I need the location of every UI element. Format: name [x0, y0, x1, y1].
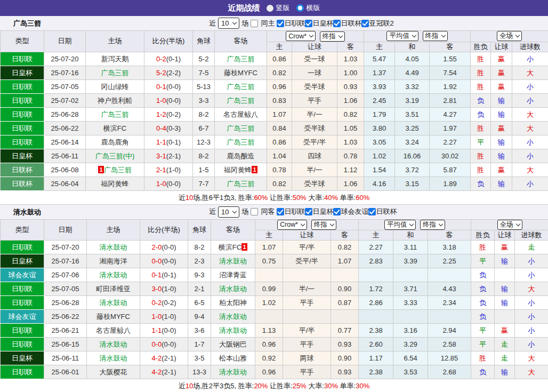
avg-away-odds: 3.18: [428, 241, 471, 254]
league-checkbox[interactable]: [277, 208, 284, 215]
team-name-text[interactable]: 湘南海洋: [100, 257, 127, 265]
team-name-text[interactable]: 广岛三箭: [227, 180, 255, 188]
team-name-text[interactable]: 清水鼓动: [100, 271, 127, 279]
team-name-text[interactable]: 沼津青蓝: [219, 271, 247, 279]
team-name-text[interactable]: 福冈黄蜂: [101, 180, 129, 188]
away-team: 大阪钢巴: [211, 338, 255, 351]
corner-score: 2-3: [188, 254, 211, 268]
avg-draw-odds: 16.06: [395, 149, 430, 163]
recent-count-select[interactable]: 10: [218, 206, 239, 218]
avg-odds-select[interactable]: 平均值: [386, 31, 418, 41]
team-name-text[interactable]: 广岛三箭: [227, 138, 255, 146]
radio-vertical-icon[interactable]: [267, 5, 273, 12]
team-name-text[interactable]: 横滨FC: [103, 124, 126, 132]
team-name-text[interactable]: 清水鼓动: [219, 257, 247, 265]
team-name-text[interactable]: 广岛三箭: [227, 55, 255, 63]
team-name-text[interactable]: 大阪樱花: [100, 368, 127, 376]
team-name-text[interactable]: 柏太阳神: [219, 299, 247, 307]
corner-score: 9-3: [188, 268, 211, 282]
team1-filter-controls: 近 10 场 同主 日职联日皇杯日联杯亚冠联2: [207, 16, 394, 30]
team-name-text[interactable]: 藤枝MYFC: [96, 313, 130, 321]
team-name-text[interactable]: 清水鼓动: [219, 326, 247, 334]
team-name-text[interactable]: 广岛三箭: [227, 83, 255, 91]
team-name-text[interactable]: 广岛三箭(中): [95, 152, 135, 160]
team-name-text[interactable]: 名古屋鲸八: [223, 110, 258, 118]
team-name-text[interactable]: 广岛三箭: [104, 166, 132, 174]
avg-away-odds: 2.34: [428, 296, 471, 310]
team-name-text[interactable]: 清水鼓动: [100, 299, 127, 307]
crow-home-odds: 1.04: [267, 149, 292, 163]
result-goals: 小: [515, 310, 548, 324]
league-checkbox[interactable]: [305, 208, 312, 215]
avg-final-select[interactable]: 终指: [420, 220, 445, 230]
team-name-text[interactable]: 清水鼓动: [100, 340, 127, 348]
crow-home-odds: 0.96: [255, 365, 283, 379]
team-name-text[interactable]: 清水鼓动: [219, 285, 247, 293]
handicap: 平/半: [283, 324, 331, 338]
radio-horizontal[interactable]: 横版: [296, 3, 320, 13]
team-name-text[interactable]: 广岛三箭: [101, 110, 129, 118]
team-name-text[interactable]: 町田泽维亚: [96, 285, 131, 293]
match-date: 25-06-14: [44, 135, 86, 149]
crow-odds-select[interactable]: Crow*: [277, 220, 307, 230]
avg-final-select[interactable]: 终指: [423, 31, 448, 41]
home-team: 广岛三箭(中): [86, 149, 144, 163]
radio-vertical[interactable]: 竖版: [267, 3, 290, 13]
final-odds-select[interactable]: 终指: [320, 31, 345, 42]
team-name-text[interactable]: 大阪钢巴: [219, 340, 247, 348]
league-checkbox[interactable]: [333, 208, 341, 215]
team-name-text[interactable]: 横滨FC: [219, 243, 241, 251]
final-odds-select[interactable]: 终指: [311, 220, 336, 230]
radio-horizontal-icon[interactable]: [296, 4, 304, 12]
result-outcome: 胜: [471, 52, 491, 66]
fulltime-select[interactable]: 全场: [497, 220, 522, 230]
team-name-text[interactable]: 清水鼓动: [100, 243, 127, 251]
col-score: 比分(半场): [140, 219, 188, 241]
league-checkbox[interactable]: [361, 20, 369, 27]
home-team: 福冈黄蜂: [86, 177, 144, 190]
league-checkbox[interactable]: [333, 20, 341, 27]
score: 0-2(0-2): [140, 296, 188, 310]
result-handicap: 输: [495, 282, 515, 296]
league-checkbox[interactable]: [305, 20, 312, 27]
team-name-text[interactable]: 福冈黄蜂: [224, 166, 252, 174]
team-name-text[interactable]: 清水鼓动: [100, 354, 127, 362]
same-away-checkbox[interactable]: [251, 208, 258, 215]
crow-odds-select[interactable]: Crow*: [286, 31, 316, 41]
fulltime-select[interactable]: 全场: [497, 31, 522, 41]
handicap: 受平/半: [292, 135, 337, 149]
league-type: 日职联: [1, 93, 44, 107]
league-checkbox[interactable]: [277, 20, 284, 27]
team-name-text[interactable]: 广岛三箭: [227, 124, 255, 132]
team-name-text[interactable]: 广岛三箭: [227, 97, 255, 105]
top-header: 近期战绩 竖版 横版: [0, 0, 548, 16]
chevron-down-icon: [330, 222, 334, 226]
team-name-text[interactable]: 名古屋鲸八: [96, 326, 131, 334]
league-checkbox[interactable]: [368, 208, 376, 215]
league-type: 日职联: [1, 365, 44, 379]
team-name-text[interactable]: 松本山雅: [219, 354, 247, 362]
red-badge: 1: [241, 243, 247, 251]
home-team: 藤枝MYFC: [87, 310, 140, 324]
team-name-text[interactable]: 冈山绿雉: [101, 83, 129, 91]
result-goals: 小: [515, 296, 548, 310]
team2-filter-controls: 近 10 场 同客 日职联日皇杯球会友谊日联杯: [207, 205, 397, 219]
team-name-text[interactable]: 清水鼓动: [219, 368, 247, 376]
result-outcome: 负: [471, 268, 495, 282]
avg-odds-select[interactable]: 平均值: [384, 220, 416, 230]
team-name-text[interactable]: 广岛三箭: [101, 69, 129, 77]
team-name-text[interactable]: 清水鼓动: [219, 313, 247, 321]
team-name-text[interactable]: 神户胜利船: [98, 97, 132, 105]
avg-home-odds: 3.93: [364, 79, 395, 93]
crow-home-odds: 0.83: [267, 93, 292, 107]
team1-summary: 近10场,胜6平1负3, 胜率:60% 让胜率:50% 大率:40% 单率:60…: [0, 191, 548, 205]
recent-count-select[interactable]: 10: [218, 18, 239, 29]
subcol-away: 客: [428, 230, 471, 241]
team-name-text[interactable]: 鹿岛鹿角: [101, 138, 129, 146]
team-name-text[interactable]: 鹿岛酿造: [227, 152, 255, 160]
away-team: 清水鼓动: [211, 324, 255, 338]
league-checkbox-label: 球会友谊: [341, 207, 368, 217]
team-name-text[interactable]: 藤枝MYFC: [224, 69, 257, 77]
team-name-text[interactable]: 新泻天鹅: [101, 55, 129, 63]
same-home-checkbox[interactable]: [251, 20, 258, 27]
